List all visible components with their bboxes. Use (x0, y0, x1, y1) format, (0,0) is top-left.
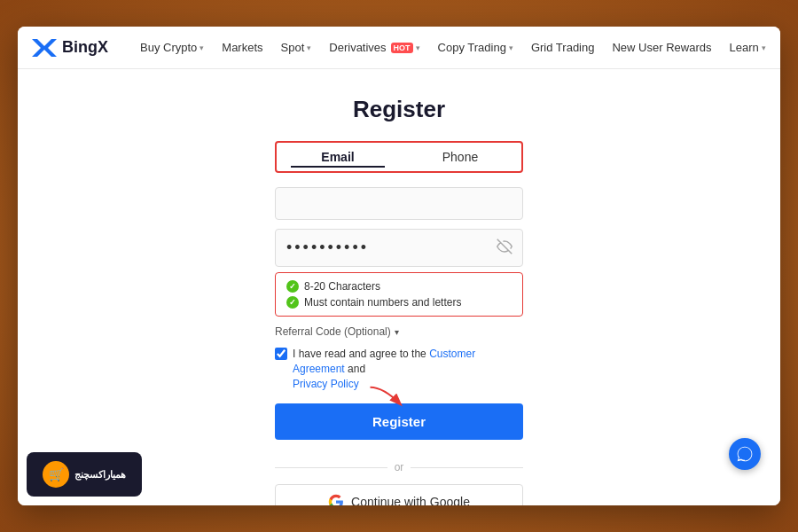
google-icon (328, 494, 344, 505)
logo-text: BingX (62, 38, 108, 57)
agreement-checkbox[interactable] (275, 348, 287, 360)
page-title: Register (275, 96, 523, 123)
nav-buy-crypto[interactable]: Buy Crypto ▾ (133, 37, 211, 58)
password-wrapper (275, 229, 523, 267)
watermark-text: همیاراکسچنج (74, 468, 126, 481)
content-area: Register Email Phone (18, 69, 780, 505)
register-card: Register Email Phone (275, 96, 523, 505)
agreement-checkbox-row: I have read and agree to the Customer Ag… (275, 347, 523, 391)
divider-line-right (411, 467, 523, 468)
tab-group: Email Phone (275, 141, 523, 173)
eye-icon[interactable] (497, 239, 512, 258)
nav-new-user-rewards[interactable]: New User Rewards (605, 37, 718, 58)
tab-email[interactable]: Email (277, 143, 399, 171)
navbar: BingX Buy Crypto ▾ Markets Spot ▾ Deriva… (18, 27, 780, 69)
validation-item-length: 8-20 Characters (286, 280, 512, 293)
nav-more[interactable]: More ▾ (777, 37, 780, 58)
watermark-icon: 🛒 (43, 461, 69, 488)
divider-line-left (275, 467, 387, 468)
nav-spot[interactable]: Spot ▾ (274, 37, 319, 58)
nav-learn[interactable]: Learn ▾ (722, 37, 772, 58)
watermark: 🛒 همیاراکسچنج (27, 452, 142, 497)
tab-phone[interactable]: Phone (399, 143, 521, 171)
referral-row[interactable]: Referral Code (Optional) ▾ (275, 325, 523, 338)
privacy-policy-link[interactable]: Privacy Policy (293, 378, 359, 390)
divider: or (275, 461, 523, 473)
nav-grid-trading[interactable]: Grid Trading (524, 37, 602, 58)
chevron-icon: ▾ (200, 43, 204, 52)
hot-badge: HOT (391, 43, 413, 53)
check-icon (286, 296, 299, 309)
nav-markets[interactable]: Markets (215, 37, 270, 58)
google-signin-button[interactable]: Continue with Google (275, 484, 523, 505)
register-submit-button[interactable]: Register (275, 403, 523, 440)
chevron-icon: ▾ (762, 43, 766, 52)
chat-icon (736, 445, 754, 463)
divider-text: or (395, 461, 404, 473)
nav-menu: Buy Crypto ▾ Markets Spot ▾ Derivatives … (133, 37, 780, 58)
logo[interactable]: BingX (32, 38, 108, 57)
email-input[interactable] (275, 187, 523, 220)
password-input[interactable] (275, 229, 523, 267)
chat-support-button[interactable] (729, 438, 761, 470)
nav-derivatives[interactable]: Derivatives HOT ▾ (322, 37, 426, 58)
chevron-icon: ▾ (307, 43, 311, 52)
check-icon (286, 280, 299, 293)
chevron-icon: ▾ (416, 43, 420, 52)
validation-box: 8-20 Characters Must contain numbers and… (275, 272, 523, 317)
chevron-icon: ▾ (509, 43, 513, 52)
logo-icon (32, 39, 57, 57)
validation-item-chars: Must contain numbers and letters (286, 296, 512, 309)
referral-chevron-icon: ▾ (395, 327, 399, 337)
nav-copy-trading[interactable]: Copy Trading ▾ (431, 37, 520, 58)
register-button-wrapper: Register (275, 403, 523, 452)
